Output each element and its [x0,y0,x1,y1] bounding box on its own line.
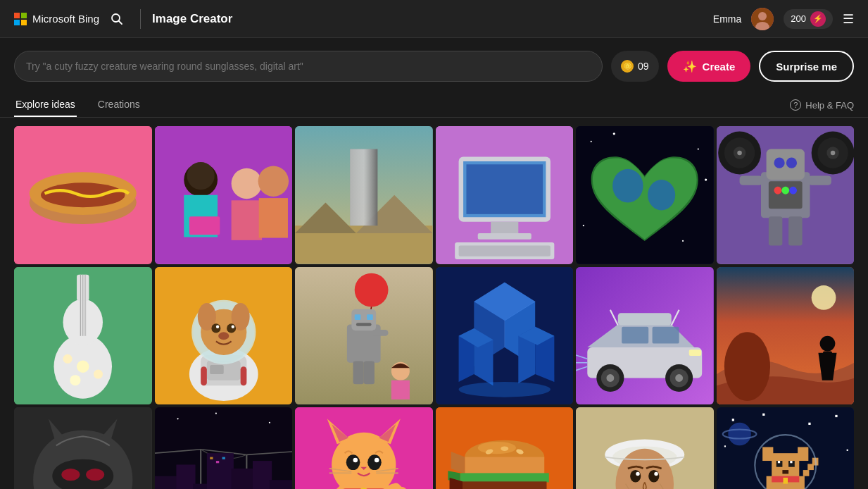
svg-rect-79 [210,365,224,374]
create-label: Create [703,61,736,73]
svg-rect-18 [258,198,287,237]
svg-point-36 [698,148,699,149]
create-button[interactable]: ✨ Create [667,51,751,82]
svg-point-118 [458,381,550,397]
tab-explore[interactable]: Explore ideas [14,93,77,117]
svg-point-151 [215,413,216,414]
page-title: Image Creator [152,12,232,26]
svg-point-144 [61,469,80,481]
svg-point-12 [187,162,214,190]
svg-rect-99 [356,323,372,326]
svg-point-39 [682,240,684,242]
tab-creations[interactable]: Creations [96,93,141,117]
grid-item-city[interactable] [436,267,574,405]
svg-rect-24 [350,149,377,226]
grid-item-hotdog[interactable] [14,126,152,264]
header: Microsoft Bing Image Creator Emma 200 ⚡ … [0,0,868,38]
svg-rect-163 [253,461,272,489]
grid-item-monolith[interactable] [295,126,433,264]
grid-item-desert-figure[interactable] [717,267,855,405]
svg-point-152 [268,422,270,423]
grid-item-burger[interactable] [436,407,574,489]
svg-rect-16 [231,200,261,240]
surprise-label: Surprise me [776,61,837,73]
search-input-wrap[interactable] [14,51,603,82]
grid-item-guitar[interactable] [14,267,152,405]
svg-point-68 [94,369,103,378]
svg-rect-122 [618,313,672,325]
svg-rect-29 [491,222,518,234]
grid-item-girls[interactable] [155,126,293,264]
grid-item-helmet[interactable] [14,407,152,489]
grid-item-doge[interactable] [155,267,293,405]
svg-rect-164 [269,480,292,489]
svg-rect-100 [372,330,389,336]
svg-point-69 [70,375,80,385]
svg-point-215 [648,470,659,482]
svg-point-227 [728,423,751,446]
image-grid [0,118,868,489]
svg-rect-230 [772,453,799,478]
header-right: Emma 200 ⚡ ☰ [713,8,854,30]
svg-rect-221 [731,419,734,421]
grid-item-earth[interactable] [576,126,714,264]
svg-rect-232 [798,447,808,461]
svg-rect-32 [458,245,550,256]
menu-icon[interactable]: ☰ [843,11,854,27]
svg-point-37 [705,178,707,180]
coins-label: 09 [638,61,649,72]
grid-item-lucky-cat[interactable] [295,407,433,489]
search-input[interactable] [26,61,591,72]
help-faq[interactable]: ? Help & FAQ [790,99,854,111]
svg-point-41 [648,180,675,210]
svg-point-62 [789,187,797,194]
grid-item-delorean[interactable] [576,267,714,405]
svg-rect-244 [783,478,788,484]
boost-icon: ⚡ [810,11,826,27]
svg-point-180 [367,454,382,470]
svg-rect-80 [201,366,207,385]
svg-point-53 [774,158,784,168]
svg-point-50 [830,151,835,156]
svg-rect-28 [466,164,543,214]
grid-item-worker[interactable] [576,407,714,489]
svg-rect-171 [222,457,225,459]
grid-item-robot-balloon[interactable] [295,267,433,405]
svg-point-182 [375,458,379,463]
svg-point-181 [353,458,358,463]
svg-point-40 [612,169,643,203]
search-coins-display: 🪙 09 [611,51,659,82]
svg-point-105 [393,387,408,397]
svg-point-67 [63,354,73,363]
svg-line-1 [119,20,122,24]
user-name[interactable]: Emma [713,13,741,25]
search-icon[interactable] [111,13,123,25]
svg-rect-201 [460,473,548,482]
microsoft-logo-icon [14,13,27,25]
grid-item-computer[interactable] [436,126,574,264]
svg-point-88 [227,323,236,333]
svg-rect-231 [762,447,773,461]
svg-point-214 [630,470,641,482]
avatar[interactable] [751,8,774,30]
coins-badge[interactable]: 200 ⚡ [784,9,833,29]
svg-rect-58 [808,176,831,185]
help-label: Help & FAQ [805,100,854,111]
bing-logo[interactable]: Microsoft Bing [14,13,99,25]
svg-rect-55 [768,216,782,245]
svg-point-145 [86,469,104,481]
grid-item-robot-music[interactable] [717,126,855,264]
svg-rect-222 [762,414,765,416]
svg-point-66 [77,360,89,372]
svg-point-46 [737,151,742,156]
svg-rect-56 [788,216,803,245]
grid-item-neon-city[interactable] [155,407,293,489]
svg-point-127 [606,374,614,382]
svg-rect-14 [189,216,219,235]
svg-rect-133 [689,349,701,356]
svg-rect-98 [367,314,373,320]
grid-item-pixel-dog[interactable] [717,407,855,489]
svg-point-179 [346,454,360,470]
svg-rect-235 [777,461,779,463]
surprise-button[interactable]: Surprise me [759,51,854,82]
